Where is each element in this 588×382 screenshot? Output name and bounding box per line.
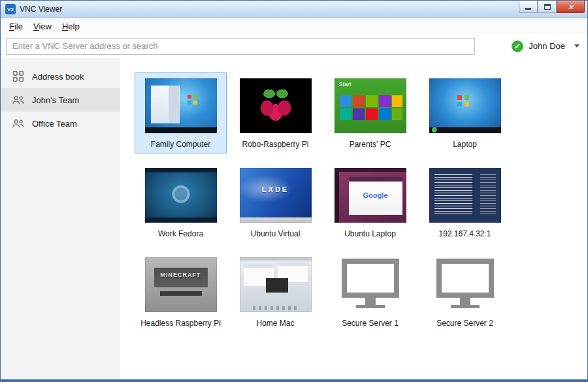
connection-tile-headless-raspberry-pi[interactable]: MINECRAFTHeadless Raspberry Pi — [135, 251, 227, 332]
connection-thumbnail-windows8: Start — [335, 78, 406, 133]
menu-item-view[interactable]: View — [28, 20, 57, 33]
vnc-logo-icon: V2 — [5, 4, 16, 14]
connection-tile-laptop[interactable]: Laptop — [419, 72, 511, 153]
connection-label: Parents' PC — [350, 140, 391, 149]
connection-tile-parents-pc[interactable]: StartParents' PC — [324, 72, 416, 153]
menubar: FileViewHelp — [1, 18, 587, 34]
connection-tile-192-167-4-32-1[interactable]: 192.167.4.32:1 — [419, 162, 511, 243]
menu-item-help[interactable]: Help — [57, 20, 85, 33]
minimize-button[interactable] — [519, 1, 538, 13]
maximize-icon — [544, 4, 551, 10]
connection-label: Secure Server 2 — [436, 319, 493, 328]
connection-tile-work-fedora[interactable]: Work Fedora — [135, 162, 227, 243]
minimize-icon — [525, 8, 531, 10]
connection-thumbnail-monitor — [429, 257, 501, 312]
sidebar-item-label: Office Team — [32, 119, 77, 129]
signin-status-icon — [512, 40, 523, 52]
connection-tile-home-mac[interactable]: Home Mac — [229, 251, 321, 332]
connection-tile-secure-server-2[interactable]: Secure Server 2 — [419, 251, 511, 332]
thumbnail-overlay-text: MINECRAFT — [145, 272, 217, 278]
sidebar-item-office-team[interactable]: Office Team — [1, 112, 120, 135]
connection-thumbnail-windows7b — [429, 78, 501, 133]
sidebar: Address bookJohn's TeamOffice Team — [1, 58, 120, 379]
connection-thumbnail-terminal — [429, 168, 501, 223]
content-area: Address bookJohn's TeamOffice Team Famil… — [1, 58, 587, 379]
thumbnail-overlay-text: Start — [339, 81, 351, 88]
connection-label: Robo-Raspberry Pi — [242, 140, 308, 149]
thumbnail-overlay-text: Google — [354, 191, 397, 199]
team-icon — [12, 118, 25, 129]
sidebar-item-address-book[interactable]: Address book — [1, 65, 120, 88]
user-name: John Doe — [529, 41, 565, 51]
sidebar-item-label: Address book — [32, 72, 84, 82]
connection-thumbnail-windows7 — [145, 78, 217, 133]
server-address-input[interactable] — [6, 38, 475, 55]
sidebar-item-john-s-team[interactable]: John's Team — [1, 88, 120, 112]
toolbar: John Doe — [1, 34, 587, 58]
window-title: VNC Viewer — [20, 5, 62, 14]
connection-tile-ubuntu-laptop[interactable]: GoogleUbuntu Laptop — [324, 162, 416, 243]
connection-tile-ubuntu-virtual[interactable]: LXDEUbuntu Virtual — [229, 162, 321, 243]
connection-label: Home Mac — [256, 319, 294, 328]
sidebar-item-label: John's Team — [32, 95, 79, 105]
connection-thumbnail-monitor — [335, 257, 406, 312]
connection-thumbnail-mac — [240, 257, 312, 312]
user-account-menu[interactable]: John Doe — [482, 40, 581, 52]
thumbnail-overlay-text: LXDE — [240, 185, 312, 193]
connection-label: Headless Raspberry Pi — [140, 319, 221, 328]
address-book-icon — [12, 71, 25, 82]
team-icon — [12, 95, 25, 105]
connection-label: 192.167.4.32:1 — [438, 229, 491, 238]
connection-tile-robo-raspberry-pi[interactable]: Robo-Raspberry Pi — [229, 72, 321, 153]
vnc-viewer-window: V2 VNC Viewer FileViewHelp John Doe Addr… — [0, 0, 588, 382]
connection-label: Work Fedora — [158, 229, 203, 238]
connection-label: Ubuntu Virtual — [251, 229, 301, 238]
titlebar[interactable]: V2 VNC Viewer — [1, 1, 587, 18]
menu-item-file[interactable]: File — [4, 20, 28, 33]
dropdown-caret-icon — [574, 44, 580, 48]
connection-thumbnail-ubuntu-virtual: LXDE — [240, 168, 312, 223]
maximize-button[interactable] — [538, 1, 557, 13]
close-button[interactable] — [557, 1, 585, 13]
connections-grid: Family ComputerRobo-Raspberry PiStartPar… — [120, 58, 587, 379]
connection-thumbnail-raspberry — [240, 78, 312, 133]
connection-thumbnail-minecraft: MINECRAFT — [145, 257, 217, 312]
connection-tile-family-computer[interactable]: Family Computer — [135, 72, 227, 153]
window-controls — [519, 1, 585, 13]
connection-tile-secure-server-1[interactable]: Secure Server 1 — [324, 251, 416, 332]
connection-label: Family Computer — [151, 140, 210, 149]
connection-label: Secure Server 1 — [342, 319, 399, 328]
connection-label: Laptop — [453, 140, 477, 149]
connection-thumbnail-fedora — [145, 168, 217, 223]
connection-label: Ubuntu Laptop — [344, 229, 396, 238]
connection-thumbnail-ubuntu-laptop: Google — [335, 168, 406, 223]
close-icon — [568, 1, 574, 12]
